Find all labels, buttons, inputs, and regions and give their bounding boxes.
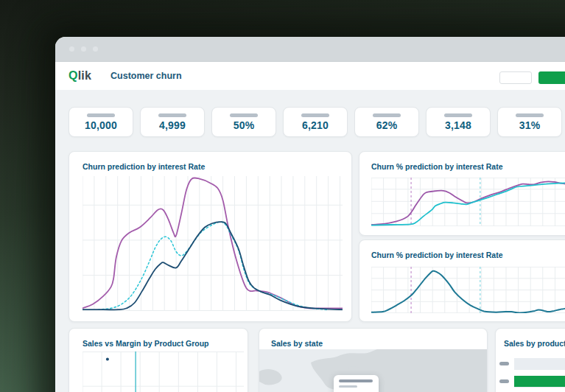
qlik-logo-rest: lik <box>78 69 91 82</box>
chart-title: Sales by state <box>271 339 323 348</box>
kpi-card[interactable]: 3,148 <box>426 107 491 137</box>
kpi-card[interactable]: 31% <box>497 107 562 137</box>
kpi-value: 31% <box>519 119 541 131</box>
sales-by-product-card: Sales by product <box>495 328 565 392</box>
kpi-value: 6,210 <box>302 119 329 131</box>
bar-track <box>514 358 565 369</box>
primary-button[interactable] <box>538 71 565 84</box>
sales-vs-margin-card: Sales vs Margin by Product Group <box>69 328 248 392</box>
kpi-card[interactable]: 6,210 <box>283 107 348 137</box>
kpi-value: 3,148 <box>445 119 471 131</box>
kpi-card[interactable]: 10,000 <box>69 107 133 137</box>
chart-title: Sales by product <box>504 339 565 348</box>
kpi-label-placeholder <box>87 113 115 117</box>
bar-fill <box>514 376 565 387</box>
tooltip-placeholder-line <box>339 379 373 382</box>
kpi-label-placeholder <box>230 113 258 117</box>
window-titlebar <box>55 37 565 62</box>
kpi-value: 4,999 <box>159 119 186 131</box>
product-bar-placeholder[interactable] <box>499 358 565 369</box>
secondary-button[interactable] <box>499 71 532 84</box>
qlik-logo: Qlik <box>69 69 91 83</box>
churn-pct-chart-2[interactable] <box>371 267 565 313</box>
churn-pct-card-1: Churn % prediction by interest Rate <box>359 151 565 236</box>
app-header: Qlik Customer churn <box>55 62 565 90</box>
app-window: Qlik Customer churn 10,000 4,999 50% 6,2… <box>55 37 565 392</box>
kpi-label-placeholder <box>301 113 329 117</box>
kpi-value: 62% <box>376 119 398 131</box>
churn-pct-card-2: Churn % prediction by interest Rate <box>359 239 565 322</box>
window-control-dot[interactable] <box>81 46 86 52</box>
window-control-dot[interactable] <box>93 46 98 52</box>
sales-by-product-chart[interactable] <box>499 358 565 392</box>
kpi-label-placeholder <box>516 113 544 117</box>
qlik-logo-q: Q <box>69 69 78 82</box>
bar-fill <box>514 358 565 369</box>
kpi-label-placeholder <box>158 113 186 117</box>
stage-background: { "header": { "logo_q": "Q", "logo_rest"… <box>0 0 565 392</box>
bar-label-placeholder <box>499 362 509 365</box>
chart-title: Churn % prediction by interest Rate <box>371 251 503 259</box>
kpi-row: 10,000 4,999 50% 6,210 62% 3,148 31% <box>69 107 562 137</box>
churn-prediction-chart[interactable] <box>83 176 343 311</box>
bar-label-placeholder <box>499 379 509 383</box>
window-control-dot[interactable] <box>69 46 74 52</box>
window-controls <box>69 46 98 52</box>
kpi-label-placeholder <box>373 113 401 117</box>
kpi-card[interactable]: 4,999 <box>140 107 205 137</box>
tooltip-placeholder-line <box>339 385 357 388</box>
chart-title: Churn prediction by interest Rate <box>83 162 205 171</box>
kpi-card[interactable]: 62% <box>354 107 419 137</box>
chart-title: Sales vs Margin by Product Group <box>83 339 209 348</box>
kpi-label-placeholder <box>444 113 472 117</box>
sales-vs-margin-chart[interactable] <box>83 351 244 392</box>
sales-by-state-card: Sales by state $500.5M <box>259 328 488 392</box>
bar-track <box>514 376 565 387</box>
kpi-value: 10,000 <box>85 119 117 131</box>
kpi-card[interactable]: 50% <box>211 107 276 137</box>
page-title: Customer churn <box>110 71 182 81</box>
product-bar-green[interactable] <box>499 376 565 387</box>
kpi-value: 50% <box>234 119 255 131</box>
churn-prediction-card: Churn prediction by interest Rate <box>69 151 352 322</box>
map-tooltip: $500.5M <box>334 375 379 392</box>
chart-title: Churn % prediction by interest Rate <box>371 162 503 171</box>
churn-pct-chart-1[interactable] <box>371 178 565 226</box>
